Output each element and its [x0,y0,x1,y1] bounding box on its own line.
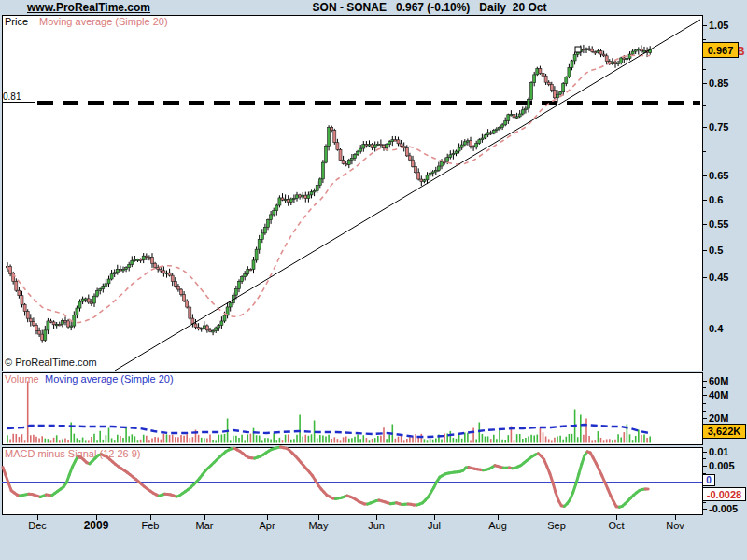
candle-body [241,277,244,282]
trendline-handle [575,47,581,52]
candle-body [102,286,105,288]
candle-body [588,49,591,49]
macd-panel-label: MACD minus Signal (12 26 9) [5,448,141,459]
candle-body [105,284,107,287]
candle-body [486,133,489,135]
candle-body [267,220,270,228]
candle-body [408,156,411,160]
candle-body [328,127,331,146]
candle-body [325,146,328,162]
symbol-label: SON - SONAE [313,1,387,14]
macd-axis-label: 0.005 [709,460,735,471]
candle-body [423,180,426,182]
candle-body [565,77,568,84]
candle-body [139,259,142,260]
candle-body [58,324,61,325]
price-axis-label: 0.5 [709,245,723,256]
candle-body [475,144,478,147]
candle-body [553,90,556,98]
candle-body [67,321,70,327]
candle-body [321,162,324,179]
candle-body [492,130,495,133]
macd-value-box: -0.0028 [702,487,746,501]
candle-body [90,302,92,303]
candle-body [310,191,313,194]
candle-body [434,171,437,172]
candle-body [93,296,96,303]
candle-body [287,199,289,202]
candle-body [331,127,333,130]
candle-body [599,51,602,54]
candle-body [614,62,617,64]
candle-body [41,334,44,340]
month-label: Sep [547,520,566,531]
candle-body [513,115,515,118]
proreal-time-chart-window: PriceMoving average (Simple 20)0.81© Pro… [0,0,747,560]
candle-body [23,304,26,311]
candle-body [455,151,458,153]
candle-body [110,274,113,279]
price-axis-label: 0.55 [709,218,728,230]
month-label: 2009 [84,519,109,532]
candle-body [597,51,599,52]
candle-body [441,161,444,166]
candle-body [122,270,125,271]
candle-body [484,135,486,138]
month-label: Feb [142,520,160,531]
candle-body [73,315,76,326]
candle-body [397,140,400,144]
candle-body [481,138,484,140]
candle-body [96,290,99,296]
timeframe-label: Daily [479,1,506,14]
month-label: Mar [196,520,214,531]
macd-zero-box: 0 [702,474,715,486]
candle-body [339,149,342,160]
candle-body [162,271,165,273]
candle-body [550,84,553,90]
candle-body [194,324,197,328]
candle-body [15,281,18,290]
candle-body [437,166,440,171]
candle-body [371,145,374,148]
candle-body [38,331,41,335]
candle-body [247,269,249,273]
candle-body [460,145,463,147]
volume-value-box: 3,622K [702,424,746,439]
candle-body [304,195,307,198]
candle-body [76,308,78,315]
candle-body [499,127,501,129]
price-axis-label: 0.4 [709,323,724,334]
candle-body [394,140,397,141]
candle-body [263,227,266,232]
candle-body [136,259,139,260]
candle-body [374,145,376,147]
candle-body [623,58,626,59]
volume-axis-label: 20M [709,413,728,424]
candle-body [278,198,281,205]
candle-body [281,198,284,200]
candle-body [472,146,475,147]
volume-axis-label: 40M [709,389,728,400]
candle-body [362,145,365,148]
candle-body [357,151,359,154]
price-panel-label: Price [5,16,28,27]
candle-body [234,289,237,296]
candle-body [238,282,241,289]
candle-body [171,275,174,281]
candle-body [388,142,391,145]
candle-body [215,328,218,331]
candle-body [32,322,35,326]
candle-body [521,110,524,114]
candle-body [470,141,472,147]
candle-body [270,215,273,220]
candle-body [383,145,386,147]
copyright-label: © ProRealTime.com [5,357,97,368]
candle-body [318,179,321,186]
candle-body [405,148,408,156]
site-link[interactable]: www.ProRealTime.com [27,1,150,14]
price-axis-label: 0.6 [709,194,723,205]
chart-canvas[interactable]: PriceMoving average (Simple 20)0.81© Pro… [0,0,747,560]
candle-body [400,144,402,146]
candle-body [205,326,208,330]
candle-body [113,273,116,274]
